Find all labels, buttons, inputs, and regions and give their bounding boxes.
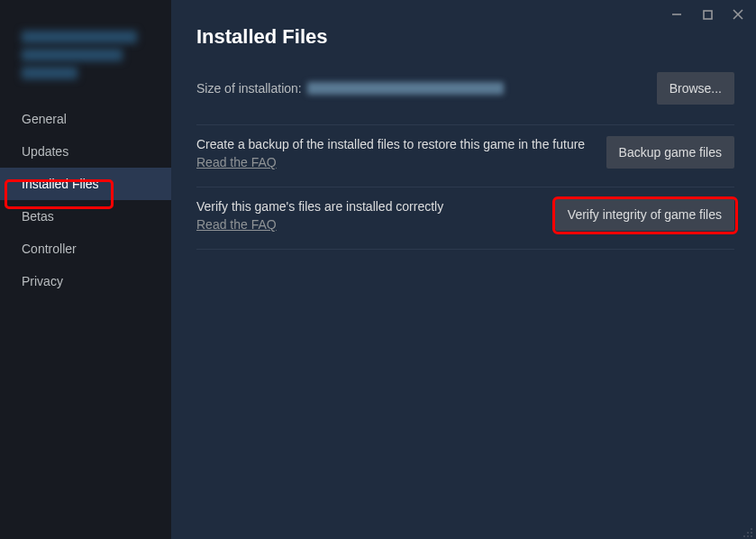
svg-rect-1 bbox=[704, 11, 712, 19]
sidebar: General Updates Installed Files Betas Co… bbox=[0, 0, 171, 539]
sidebar-item-general[interactable]: General bbox=[0, 103, 171, 135]
size-section: Size of installation: Browse... bbox=[196, 72, 734, 125]
sidebar-item-label: Updates bbox=[22, 144, 68, 159]
sidebar-item-label: General bbox=[22, 112, 67, 126]
size-label: Size of installation: bbox=[196, 81, 302, 96]
game-title-area bbox=[0, 25, 171, 103]
sidebar-item-label: Betas bbox=[22, 209, 54, 224]
sidebar-item-label: Controller bbox=[22, 242, 77, 256]
size-value-obscured bbox=[307, 82, 504, 95]
sidebar-item-betas[interactable]: Betas bbox=[0, 200, 171, 233]
sidebar-item-label: Installed Files bbox=[22, 177, 99, 191]
close-button[interactable] bbox=[731, 7, 745, 22]
svg-point-6 bbox=[751, 532, 752, 534]
resize-grip-icon[interactable] bbox=[742, 525, 753, 536]
svg-point-5 bbox=[747, 532, 749, 534]
page-title: Installed Files bbox=[196, 25, 734, 49]
browse-button[interactable]: Browse... bbox=[657, 72, 734, 105]
sidebar-item-privacy[interactable]: Privacy bbox=[0, 265, 171, 297]
svg-point-9 bbox=[751, 535, 752, 537]
svg-point-4 bbox=[751, 528, 752, 530]
main-content: Installed Files Size of installation: Br… bbox=[171, 0, 756, 539]
verify-integrity-button[interactable]: Verify integrity of game files bbox=[555, 198, 734, 231]
backup-faq-link[interactable]: Read the FAQ bbox=[196, 155, 277, 169]
sidebar-item-updates[interactable]: Updates bbox=[0, 135, 171, 168]
backup-desc: Create a backup of the installed files t… bbox=[196, 136, 592, 153]
backup-section: Create a backup of the installed files t… bbox=[196, 125, 734, 187]
backup-game-files-button[interactable]: Backup game files bbox=[606, 136, 734, 169]
window-controls bbox=[669, 7, 745, 22]
svg-point-8 bbox=[747, 535, 749, 537]
verify-section: Verify this game's files are installed c… bbox=[196, 187, 734, 250]
verify-faq-link[interactable]: Read the FAQ bbox=[196, 217, 277, 232]
sidebar-item-controller[interactable]: Controller bbox=[0, 233, 171, 265]
maximize-button[interactable] bbox=[700, 7, 715, 22]
minimize-button[interactable] bbox=[669, 7, 684, 22]
verify-desc: Verify this game's files are installed c… bbox=[196, 198, 541, 215]
sidebar-item-label: Privacy bbox=[22, 274, 63, 288]
svg-point-7 bbox=[743, 535, 745, 537]
sidebar-item-installed-files[interactable]: Installed Files bbox=[0, 168, 171, 200]
